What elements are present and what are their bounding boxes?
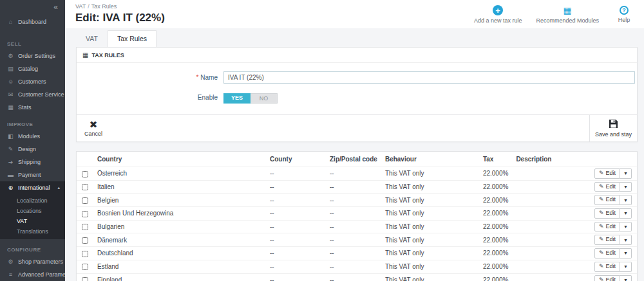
edit-button-label: Edit [606,210,616,217]
edit-button[interactable]: ✎ Edit [594,195,620,205]
enable-no-button[interactable]: NO [251,93,278,104]
sidebar-item-catalog[interactable]: ▤ Catalog [0,62,65,75]
sidebar-item-customer-service[interactable]: ✉ Customer Service [0,88,65,101]
sidebar-item-customers[interactable]: ☺ Customers [0,75,65,88]
edit-dropdown-toggle[interactable]: ▼ [620,262,632,272]
name-field-label: *Name [77,74,223,81]
edit-button[interactable]: ✎ Edit [594,275,620,281]
sidebar-section-improve: IMPROVE [0,114,65,130]
sidebar-section-configure: CONFIGURE [0,239,65,255]
cancel-button[interactable]: ✖ Cancel [77,115,110,141]
enable-yes-button[interactable]: YES [223,93,251,104]
name-input[interactable] [223,71,635,84]
chevron-up-icon: ▴ [57,185,60,190]
row-behaviour: This VAT only [381,260,479,273]
help-icon: ? [620,6,629,15]
sidebar-subitem-vat[interactable]: VAT [0,216,65,226]
row-tax: 22.000% [479,260,512,273]
sidebar-item-design[interactable]: ✎ Design [0,143,65,156]
close-icon: ✖ [90,120,98,129]
row-behaviour: This VAT only [381,273,479,281]
row-actions: ✎ Edit ▼ [594,235,632,245]
breadcrumb-current: Tax Rules [91,3,117,10]
edit-button[interactable]: ✎ Edit [594,262,620,272]
sidebar-subitem-localization[interactable]: Localization [0,195,65,206]
sidebar-subitem-locations[interactable]: Locations [0,206,65,216]
edit-button[interactable]: ✎ Edit [594,235,620,245]
sidebar-item-international[interactable]: ⊕ International ▴ [0,181,65,194]
edit-button[interactable]: ✎ Edit [594,168,620,179]
sidebar-item-modules[interactable]: ◧ Modules [0,130,65,143]
row-checkbox[interactable] [82,237,88,244]
sidebar-item-shipping[interactable]: ➔ Shipping [0,156,65,168]
row-tax: 22.000% [479,233,512,247]
caret-down-icon: ▼ [623,170,628,176]
page-title: Edit: IVA IT (22%) [75,12,165,24]
row-county: -- [266,220,326,233]
row-tax: 22.000% [479,180,512,194]
row-actions: ✎ Edit ▼ [594,275,632,281]
row-checkbox[interactable] [82,264,88,270]
edit-button[interactable]: ✎ Edit [594,248,620,258]
tab-tax-rules[interactable]: Tax Rules [108,30,156,47]
edit-dropdown-toggle[interactable]: ▼ [620,182,632,192]
table-row: Italien -- -- This VAT only 22.000% ✎ Ed… [77,180,637,194]
edit-button-label: Edit [606,223,616,231]
save-and-stay-button[interactable]: Save and stay [589,115,637,141]
edit-dropdown-toggle[interactable]: ▼ [620,195,632,205]
edit-button[interactable]: ✎ Edit [594,208,620,219]
row-checkbox[interactable] [82,184,88,190]
row-description [512,233,584,247]
save-label: Save and stay [595,131,632,138]
row-checkbox[interactable] [82,251,88,257]
row-checkbox[interactable] [82,211,88,217]
tax-rules-table-panel: Country County Zip/Postal code Behaviour… [76,151,638,281]
row-zip: -- [326,273,381,281]
edit-dropdown-toggle[interactable]: ▼ [620,168,632,179]
pencil-icon: ✎ [599,183,604,191]
row-checkbox[interactable] [82,277,88,281]
help-button[interactable]: ? Help [613,5,635,24]
edit-dropdown-toggle[interactable]: ▼ [620,208,632,219]
sidebar-item-stats[interactable]: ▦ Stats [0,101,65,114]
recommended-modules-button[interactable]: ▦ Recommended Modules [536,5,599,24]
breadcrumb-parent[interactable]: VAT [75,3,86,10]
sidebar-item-advanced-parameters[interactable]: ≡ Advanced Parameters [0,268,65,281]
header-checkbox-column [77,152,93,167]
row-description [512,273,584,281]
edit-dropdown-toggle[interactable]: ▼ [620,275,632,281]
edit-dropdown-toggle[interactable]: ▼ [620,248,632,258]
tab-vat[interactable]: VAT [76,30,108,47]
row-tax: 22.000% [479,220,512,233]
recommended-modules-icon: ▦ [562,5,573,15]
row-actions: ✎ Edit ▼ [594,262,632,272]
row-checkbox[interactable] [82,171,88,177]
sidebar-collapse-button[interactable]: « [0,0,65,13]
sidebar-item-payment[interactable]: ▬ Payment [0,168,65,181]
edit-dropdown-toggle[interactable]: ▼ [620,222,632,232]
edit-button[interactable]: ✎ Edit [594,182,620,192]
sidebar-subitem-translations[interactable]: Translations [0,226,65,237]
sidebar: « ⌂ Dashboard SELL ⚙ Order Settings ▤ Ca… [0,0,65,281]
sidebar-item-order-settings[interactable]: ⚙ Order Settings [0,50,65,62]
row-zip: -- [326,260,381,273]
row-checkbox[interactable] [82,197,88,204]
table-grid-icon: ▦ [82,51,88,59]
add-tax-rule-button[interactable]: + Add a new tax rule [474,5,522,24]
breadcrumb: VAT/Tax Rules [75,3,165,10]
edit-button[interactable]: ✎ Edit [594,222,620,232]
sidebar-item-label: Design [18,146,36,152]
row-country: Deutschland [93,247,266,260]
caret-down-icon: ▼ [623,224,628,230]
pencil-icon: ✎ [599,196,604,204]
row-behaviour: This VAT only [381,233,479,247]
edit-dropdown-toggle[interactable]: ▼ [620,235,632,245]
plus-circle-icon: + [493,5,503,15]
sidebar-item-shop-parameters[interactable]: ⚙ Shop Parameters [0,255,65,268]
action-label: Recommended Modules [536,17,599,24]
row-checkbox[interactable] [82,224,88,230]
envelope-icon: ✉ [7,91,14,98]
row-country: Finnland [93,273,266,281]
settings-icon: ≡ [7,271,14,278]
sidebar-item-dashboard[interactable]: ⌂ Dashboard [0,15,65,28]
